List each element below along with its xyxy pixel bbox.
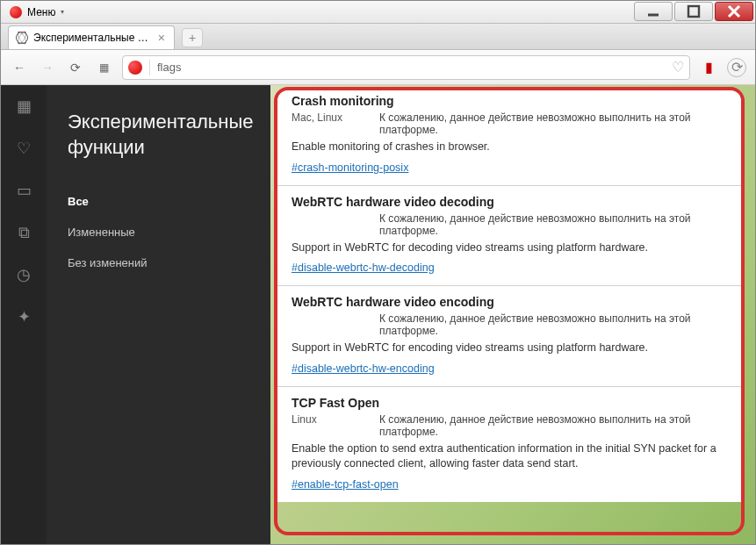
page-title: Экспериментальные функции [68,110,249,160]
devices-icon[interactable]: ⧉ [15,224,32,241]
left-icon-rail: ▦ ♡ ▭ ⧉ ◷ ✦ [1,85,47,544]
tab-flags[interactable]: Экспериментальные фун... × [8,25,175,49]
reload-button[interactable]: ⟳ [66,58,85,77]
history-icon[interactable]: ◷ [15,266,32,283]
menu-label: Меню [27,6,55,18]
flag-anchor-link[interactable]: #disable-webrtc-hw-decoding [292,262,435,274]
extension-button[interactable]: ▮ [699,58,718,77]
flag-title: WebRTC hardware video decoding [292,195,727,209]
flag-item: Crash monitoring Mac, Linux К сожалению,… [277,90,741,186]
highlight-frame: Crash monitoring Mac, Linux К сожалению,… [274,87,745,535]
nav-unchanged[interactable]: Без изменений [68,247,249,278]
maximize-button[interactable] [674,2,713,21]
opera-badge-icon [128,61,142,75]
flag-anchor-link[interactable]: #crash-monitoring-posix [292,161,408,174]
window-controls [634,1,755,23]
flag-platforms: Linux [292,413,353,438]
nav-all[interactable]: Все [68,186,249,217]
flag-warning: К сожалению, данное действие невозможно … [379,312,727,337]
flag-warning: К сожалению, данное действие невозможно … [379,111,727,136]
flag-platforms [292,312,353,337]
flag-description: Enable the option to send extra authenti… [292,441,727,472]
grid-icon[interactable]: ▦ [15,97,32,115]
flag-anchor-link[interactable]: #enable-tcp-fast-open [292,478,399,491]
menu-button[interactable]: Меню ▾ [1,4,73,21]
opera-icon [10,6,22,18]
content-area: ▦ ♡ ▭ ⧉ ◷ ✦ Экспериментальные функции Вс… [1,85,755,544]
close-button[interactable] [715,2,753,21]
tab-close-icon[interactable]: × [156,31,167,45]
minimize-button[interactable] [634,2,673,21]
flag-platforms: Mac, Linux [292,111,353,136]
address-bar[interactable]: ♡ [122,55,690,80]
flag-warning: К сожалению, данное действие невозможно … [379,212,727,237]
flag-description: Support in WebRTC for encoding video str… [292,341,727,356]
flag-description: Support in WebRTC for decoding video str… [292,240,727,256]
forward-button[interactable]: → [38,58,57,77]
toolbar: ← → ⟳ ▦ ♡ ▮ ⟳ [1,50,755,85]
tab-title: Экспериментальные фун... [33,32,151,44]
sidebar-nav: Все Измененные Без изменений [68,186,249,278]
flag-item: WebRTC hardware video decoding К сожален… [277,186,741,287]
new-tab-button[interactable]: + [182,28,203,47]
svg-rect-1 [688,6,699,17]
news-icon[interactable]: ▭ [15,182,32,199]
flag-item: WebRTC hardware video encoding К сожален… [277,286,741,387]
speed-dial-button[interactable]: ▦ [94,58,113,77]
flag-item: TCP Fast Open Linux К сожалению, данное … [277,387,741,502]
bookmark-heart-icon[interactable]: ♡ [672,59,684,75]
flag-title: WebRTC hardware video encoding [292,295,727,309]
flag-description: Enable monitoring of crashes in browser. [292,140,727,155]
nav-changed[interactable]: Измененные [68,217,249,247]
url-input[interactable] [157,61,665,74]
heart-icon[interactable]: ♡ [15,140,32,157]
sync-button[interactable]: ⟳ [727,58,746,77]
window-titlebar: Меню ▾ [1,1,755,24]
flag-platforms [292,212,353,237]
extensions-icon[interactable]: ✦ [15,308,32,326]
atom-icon [16,32,28,44]
back-button[interactable]: ← [10,58,29,77]
tab-strip: Экспериментальные фун... × + [1,24,755,50]
flag-anchor-link[interactable]: #disable-webrtc-hw-encoding [292,362,435,375]
sidebar: Экспериментальные функции Все Измененные… [47,85,270,544]
main-panel: Crash monitoring Mac, Linux К сожалению,… [270,85,755,544]
flag-title: TCP Fast Open [292,396,727,410]
chevron-down-icon: ▾ [61,8,64,16]
flag-warning: К сожалению, данное действие невозможно … [379,413,727,438]
flag-title: Crash monitoring [292,94,727,108]
separator [149,60,150,75]
